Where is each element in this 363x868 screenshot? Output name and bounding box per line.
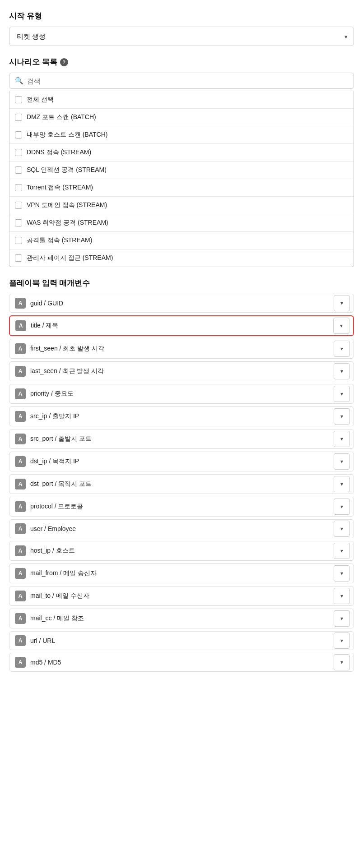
scenario-help-icon[interactable]: ?: [60, 58, 68, 66]
param-expand-btn-last_seen[interactable]: ▾: [334, 363, 350, 379]
checkbox-label-torrent: Torrent 접속 (STREAM): [27, 184, 93, 192]
param-badge-src_ip: A: [15, 411, 26, 422]
param-row-src_port: Asrc_port / 출발지 포트▾: [9, 429, 354, 449]
param-row-user: Auser / Employee▾: [9, 519, 354, 538]
start-type-wrapper: 티켓 생성 ▾: [9, 27, 354, 46]
param-row-md5: Amd5 / MD5▾: [9, 653, 354, 672]
param-expand-btn-mail_to[interactable]: ▾: [334, 588, 350, 604]
param-expand-btn-url[interactable]: ▾: [334, 633, 350, 649]
checkbox-dmz[interactable]: [15, 114, 22, 121]
checkbox-label-attack: 공격툴 접속 (STREAM): [27, 236, 92, 245]
param-label-last_seen: last_seen / 최근 발생 시각: [26, 362, 334, 381]
param-badge-dst_port: A: [15, 479, 26, 489]
param-expand-btn-md5[interactable]: ▾: [334, 654, 350, 670]
param-badge-protocol: A: [15, 501, 26, 512]
param-label-mail_from: mail_from / 메일 송신자: [26, 564, 334, 583]
checkbox-admin[interactable]: [15, 254, 22, 262]
param-row-dst_port: Adst_port / 목적지 포트▾: [9, 474, 354, 494]
param-badge-mail_to: A: [15, 591, 26, 601]
param-label-title: title / 제목: [26, 316, 333, 335]
param-badge-src_port: A: [15, 434, 26, 444]
param-label-priority: priority / 중요도: [26, 384, 334, 403]
checkbox-label-vpn: VPN 도메인 접속 (STREAM): [27, 201, 107, 209]
param-expand-btn-src_ip[interactable]: ▾: [334, 408, 350, 425]
scenario-section-header: 시나리오 목록 ?: [9, 57, 354, 67]
scenario-item-sql[interactable]: SQL 인젝션 공격 (STREAM): [9, 161, 354, 179]
param-label-mail_cc: mail_cc / 메일 참조: [26, 609, 334, 628]
scenario-item-all[interactable]: 전체 선택: [9, 91, 354, 108]
param-row-mail_to: Amail_to / 메일 수신자▾: [9, 586, 354, 606]
param-label-user: user / Employee: [26, 520, 334, 538]
param-row-last_seen: Alast_seen / 최근 발생 시각▾: [9, 361, 354, 381]
playbook-params-label: 플레이북 입력 매개변수: [9, 278, 354, 288]
start-type-select[interactable]: 티켓 생성: [9, 27, 354, 46]
param-row-title: Atitle / 제목▾: [9, 315, 354, 336]
scenario-section-label: 시나리오 목록: [9, 57, 57, 67]
checkbox-label-admin: 관리자 페이지 접근 (STREAM): [27, 254, 113, 262]
scenario-item-dmz[interactable]: DMZ 포트 스캔 (BATCH): [9, 108, 354, 126]
param-expand-btn-dst_ip[interactable]: ▾: [334, 453, 350, 470]
param-expand-btn-host_ip[interactable]: ▾: [334, 543, 350, 559]
scenario-item-vpn[interactable]: VPN 도메인 접속 (STREAM): [9, 196, 354, 214]
checkbox-label-all: 전체 선택: [27, 96, 54, 104]
param-expand-btn-src_port[interactable]: ▾: [334, 431, 350, 447]
param-badge-md5: A: [15, 657, 26, 668]
checkbox-ddns[interactable]: [15, 149, 22, 156]
search-icon: 🔍: [15, 77, 23, 85]
param-label-mail_to: mail_to / 메일 수신자: [26, 586, 334, 605]
param-expand-btn-mail_cc[interactable]: ▾: [334, 610, 350, 627]
param-expand-btn-user[interactable]: ▾: [334, 521, 350, 537]
param-label-src_port: src_port / 출발지 포트: [26, 429, 334, 448]
scenario-item-attack[interactable]: 공격툴 접속 (STREAM): [9, 231, 354, 249]
checkbox-label-was: WAS 취약점 공격 (STREAM): [27, 219, 108, 227]
param-expand-btn-mail_from[interactable]: ▾: [334, 565, 350, 582]
param-expand-btn-protocol[interactable]: ▾: [334, 499, 350, 515]
start-type-label: 시작 유형: [9, 11, 354, 21]
param-expand-btn-priority[interactable]: ▾: [334, 386, 350, 402]
param-badge-dst_ip: A: [15, 456, 26, 467]
param-badge-priority: A: [15, 388, 26, 399]
param-row-url: Aurl / URL▾: [9, 631, 354, 650]
scenario-item-admin[interactable]: 관리자 페이지 접근 (STREAM): [9, 249, 354, 267]
checkbox-all[interactable]: [15, 96, 22, 103]
checkbox-sql[interactable]: [15, 166, 22, 174]
checkbox-label-sql: SQL 인젝션 공격 (STREAM): [27, 166, 107, 174]
scenario-section: 시나리오 목록 ? 🔍 전체 선택DMZ 포트 스캔 (BATCH)내부망 호스…: [9, 57, 354, 267]
param-row-dst_ip: Adst_ip / 목적지 IP▾: [9, 452, 354, 471]
param-expand-btn-guid[interactable]: ▾: [334, 295, 350, 311]
param-badge-last_seen: A: [15, 366, 26, 377]
scenario-item-was[interactable]: WAS 취약점 공격 (STREAM): [9, 214, 354, 231]
param-expand-btn-dst_port[interactable]: ▾: [334, 476, 350, 492]
param-label-protocol: protocol / 프로토콜: [26, 497, 334, 516]
param-badge-first_seen: A: [15, 343, 26, 354]
checkbox-attack[interactable]: [15, 237, 22, 244]
params-list: Aguid / GUID▾Atitle / 제목▾Afirst_seen / 최…: [9, 294, 354, 672]
playbook-params-section: 플레이북 입력 매개변수 Aguid / GUID▾Atitle / 제목▾Af…: [9, 278, 354, 672]
checkbox-torrent[interactable]: [15, 184, 22, 191]
param-row-mail_cc: Amail_cc / 메일 참조▾: [9, 609, 354, 628]
scenario-item-internal[interactable]: 내부망 호스트 스캔 (BATCH): [9, 126, 354, 143]
checkbox-was[interactable]: [15, 219, 22, 226]
scenario-search-box: 🔍: [9, 73, 354, 89]
checkbox-vpn[interactable]: [15, 202, 22, 209]
param-row-host_ip: Ahost_ip / 호스트▾: [9, 541, 354, 561]
checkbox-internal[interactable]: [15, 131, 22, 139]
param-label-guid: guid / GUID: [26, 294, 334, 312]
param-row-mail_from: Amail_from / 메일 송신자▾: [9, 563, 354, 583]
checkbox-label-internal: 내부망 호스트 스캔 (BATCH): [27, 131, 107, 139]
scenario-checkbox-list: 전체 선택DMZ 포트 스캔 (BATCH)내부망 호스트 스캔 (BATCH)…: [9, 91, 354, 267]
scenario-item-ddns[interactable]: DDNS 접속 (STREAM): [9, 143, 354, 161]
param-label-dst_ip: dst_ip / 목적지 IP: [26, 452, 334, 471]
param-badge-title: A: [15, 320, 26, 331]
param-row-guid: Aguid / GUID▾: [9, 294, 354, 313]
scenario-item-torrent[interactable]: Torrent 접속 (STREAM): [9, 179, 354, 196]
checkbox-label-ddns: DDNS 접속 (STREAM): [27, 148, 91, 157]
param-expand-btn-first_seen[interactable]: ▾: [334, 341, 350, 357]
param-label-url: url / URL: [26, 632, 334, 650]
scenario-search-input[interactable]: [27, 77, 348, 85]
param-label-host_ip: host_ip / 호스트: [26, 541, 334, 560]
param-row-first_seen: Afirst_seen / 최초 발생 시각▾: [9, 339, 354, 359]
param-label-src_ip: src_ip / 출발지 IP: [26, 407, 334, 426]
checkbox-label-dmz: DMZ 포트 스캔 (BATCH): [27, 113, 96, 121]
param-expand-btn-title[interactable]: ▾: [333, 318, 349, 334]
